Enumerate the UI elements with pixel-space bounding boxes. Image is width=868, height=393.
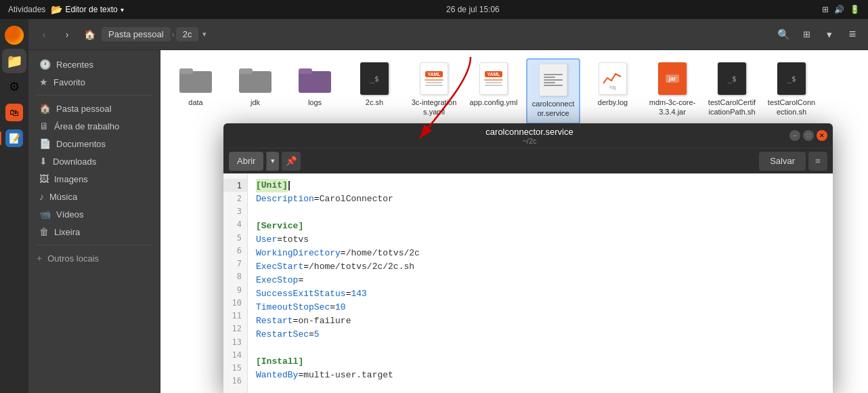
sidebar-label-recentes: Recentes xyxy=(56,60,93,70)
editor-subtitle: ~/2c xyxy=(522,137,536,145)
images-icon: 🖼 xyxy=(39,173,49,184)
code-line-6: WorkingDirectory=/home/totvs/2c xyxy=(256,247,825,260)
view-grid-button[interactable]: ⊞ xyxy=(796,25,817,44)
service-carolconnector-icon xyxy=(537,64,569,96)
menu-button[interactable]: ≡ xyxy=(842,25,863,44)
file-item-testcarolcert[interactable]: _$ testCarolCertificationPath.sh xyxy=(705,58,759,124)
top-bar: Atividades 📂 Editor de texto ▾ 26 de jul… xyxy=(0,0,868,19)
recent-icon: 🕐 xyxy=(39,59,51,70)
sidebar-add-other[interactable]: + Outros locais xyxy=(28,249,160,267)
taskbar-software[interactable]: 🛍 xyxy=(2,100,26,125)
star-icon: ★ xyxy=(39,77,48,87)
file-item-derbylog[interactable]: log derby.log xyxy=(586,58,640,124)
code-eq-5: = xyxy=(277,233,282,247)
editor-open-dropdown[interactable]: ▾ xyxy=(266,152,279,171)
sidebar-label-videos: Vídeos xyxy=(56,209,83,220)
code-execstart-val: /home/totvs/2c/2c.sh xyxy=(309,260,414,274)
view-dropdown-button[interactable]: ▾ xyxy=(819,25,840,44)
sidebar-item-musica[interactable]: ♪ Música xyxy=(31,188,157,205)
breadcrumb: Pasta pessoal › 2c ▾ xyxy=(102,27,771,41)
file-item-mdmjar[interactable]: jar mdm-3c-core-3.3.4.jar xyxy=(645,58,699,124)
editor-maximize-button[interactable]: □ xyxy=(803,130,814,141)
file-item-testcarolconn[interactable]: _$ testCarolConnection.sh xyxy=(764,58,819,124)
sidebar-item-videos[interactable]: 📹 Vídeos xyxy=(31,205,157,223)
file-item-appconfig[interactable]: YAML app.config.yml xyxy=(466,58,521,124)
line-num-1: 1 xyxy=(223,179,247,192)
line-num-15: 15 xyxy=(223,362,247,375)
home-button[interactable]: 🏠 xyxy=(80,25,99,44)
sidebar-item-favorito[interactable]: ★ Favorito xyxy=(31,73,157,91)
code-eq-15: = xyxy=(298,369,303,382)
breadcrumb-sub[interactable]: 2c xyxy=(176,27,199,41)
code-line-8: ExecStop= xyxy=(256,274,825,287)
editor-open-button[interactable]: Abrir xyxy=(229,152,263,171)
file-label-mdmjar: mdm-3c-core-3.3.4.jar xyxy=(648,98,697,117)
file-item-jdk[interactable]: jdk xyxy=(228,58,282,124)
sidebar-item-lixeira[interactable]: 🗑 Lixeira xyxy=(31,223,157,241)
code-line-14: [Install] xyxy=(256,355,825,369)
activities-label[interactable]: Atividades xyxy=(8,5,45,14)
code-eq-11: = xyxy=(293,314,299,328)
code-successexit-val: 143 xyxy=(351,287,366,301)
yaml-3c-icon: YAML xyxy=(418,62,450,95)
file-item-2csh[interactable]: _$ 2c.sh xyxy=(347,58,402,124)
sidebar-label-lixeira: Lixeira xyxy=(54,227,80,237)
editor-pin-button[interactable]: 📌 xyxy=(282,152,301,171)
editor-toolbar: Abrir ▾ 📌 Salvar ≡ xyxy=(223,148,833,173)
code-workingdir-key: WorkingDirectory xyxy=(256,247,341,260)
sidebar-label-other: Outros locais xyxy=(47,253,99,264)
sidebar-item-pasta[interactable]: 🏠 Pasta pessoal xyxy=(31,100,157,117)
sidebar-item-imagens[interactable]: 🖼 Imagens xyxy=(31,170,157,188)
file-item-3cyaml[interactable]: YAML 3c-integrations.yaml xyxy=(407,58,461,124)
toolbar-right: 🔍 ⊞ ▾ ≡ xyxy=(773,25,863,44)
code-wantedby-val: multi-user.target xyxy=(303,369,393,382)
sidebar-item-recentes[interactable]: 🕐 Recentes xyxy=(31,56,157,73)
top-bar-right: ⊞ 🔊 🔋 xyxy=(822,5,860,14)
code-timeoutstop-key: TimeoutStopSec xyxy=(256,301,330,314)
file-label-2csh: 2c.sh xyxy=(366,98,383,107)
code-area[interactable]: [Unit] Description=CarolConnector [Servi… xyxy=(248,173,833,393)
taskbar-files[interactable]: 📁 xyxy=(2,49,26,73)
code-line-16 xyxy=(256,382,825,393)
file-manager-toolbar: ‹ › 🏠 Pasta pessoal › 2c ▾ 🔍 ⊞ ▾ ≡ xyxy=(28,19,868,50)
sidebar-item-downloads[interactable]: ⬇ Downloads xyxy=(31,152,157,170)
chevron-down-icon[interactable]: ▾ xyxy=(121,6,124,14)
sidebar-item-desktop[interactable]: 🖥 Área de trabalho xyxy=(31,117,157,135)
taskbar-firefox[interactable] xyxy=(2,23,26,47)
svg-rect-4 xyxy=(299,71,331,93)
sidebar-label-favorito: Favorito xyxy=(53,77,85,87)
code-line-11: Restart=on-failure xyxy=(256,314,825,328)
code-restart-val: on-failure xyxy=(298,314,351,328)
sidebar-divider-1 xyxy=(37,95,152,96)
code-line-4: [Service] xyxy=(256,220,825,233)
code-line-5: User=totvs xyxy=(256,233,825,247)
top-bar-app: 📂 Editor de texto ▾ xyxy=(51,4,123,15)
line-num-2: 2 xyxy=(223,192,247,205)
code-restartsec-val: 5 xyxy=(314,328,320,342)
svg-rect-5 xyxy=(299,68,312,74)
editor-menu-button[interactable]: ≡ xyxy=(808,152,827,171)
breadcrumb-home[interactable]: Pasta pessoal xyxy=(102,27,171,41)
line-num-5: 5 xyxy=(223,231,247,244)
code-workingdir-val: /home/totvs/2c xyxy=(346,247,420,260)
code-restart-key: Restart xyxy=(256,314,293,328)
line-num-4: 4 xyxy=(223,218,247,231)
editor-close-button[interactable]: ✕ xyxy=(817,130,827,141)
taskbar-editor[interactable]: 📝 xyxy=(2,126,26,150)
file-item-data[interactable]: data xyxy=(169,58,223,124)
forward-button[interactable]: › xyxy=(57,25,77,44)
volume-icon: 🔊 xyxy=(834,5,844,14)
taskbar-settings[interactable]: ⚙ xyxy=(2,75,26,99)
breadcrumb-dropdown[interactable]: ▾ xyxy=(200,28,209,40)
editor-save-button[interactable]: Salvar xyxy=(759,152,806,171)
file-item-logs[interactable]: logs xyxy=(288,58,342,124)
back-button[interactable]: ‹ xyxy=(34,25,54,44)
line-numbers: 1 2 3 4 5 6 7 8 9 10 11 12 13 14 15 16 xyxy=(223,173,248,393)
editor-minimize-button[interactable]: – xyxy=(789,130,800,141)
documents-icon: 📄 xyxy=(39,138,51,149)
file-item-carolconnector[interactable]: carolconnector.service xyxy=(526,58,580,124)
search-button[interactable]: 🔍 xyxy=(773,25,794,44)
sidebar-item-documentos[interactable]: 📄 Documentos xyxy=(31,135,157,152)
downloads-icon: ⬇ xyxy=(39,156,47,167)
code-successexit-key: SuccessExitStatus xyxy=(256,287,346,301)
